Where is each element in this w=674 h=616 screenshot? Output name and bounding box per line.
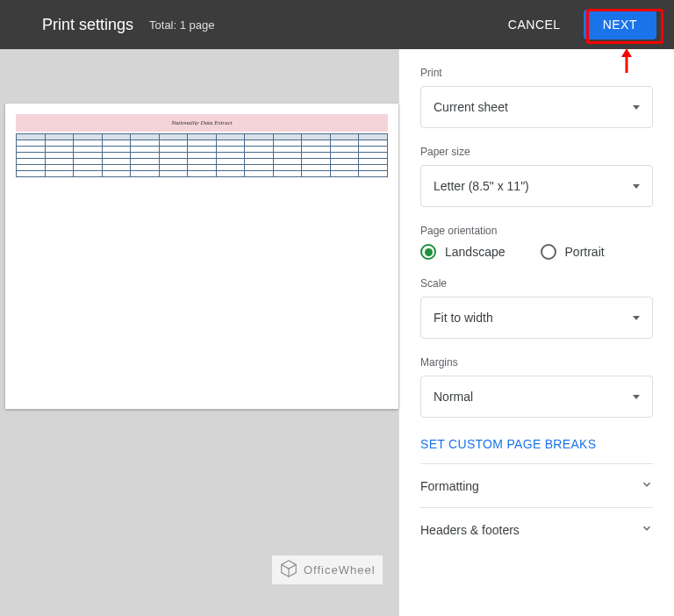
margins-label: Margins <box>420 356 653 369</box>
paper-size-label: Paper size <box>420 146 653 158</box>
radio-unchecked-icon <box>541 244 556 260</box>
total-pages: Total: 1 page <box>149 18 498 32</box>
paper-size-value: Letter (8.5" x 11") <box>434 179 529 193</box>
formatting-label: Formatting <box>420 479 479 493</box>
page-title: Print settings <box>42 16 133 34</box>
portrait-label: Portrait <box>565 245 605 259</box>
header-bar: Print settings Total: 1 page CANCEL NEXT <box>0 0 674 49</box>
scale-value: Fit to width <box>434 311 493 325</box>
scale-label: Scale <box>420 277 653 290</box>
watermark-text: OfficeWheel <box>304 563 376 577</box>
page-preview: Nationality Data Extract <box>5 104 398 409</box>
chevron-down-icon <box>641 522 653 537</box>
settings-sidebar: Print Current sheet Paper size Letter (8… <box>398 49 674 616</box>
watermark: OfficeWheel <box>272 555 383 584</box>
custom-page-breaks-link[interactable]: SET CUSTOM PAGE BREAKS <box>420 435 653 463</box>
caret-icon <box>633 395 640 399</box>
paper-size-dropdown[interactable]: Letter (8.5" x 11") <box>420 165 653 207</box>
orientation-landscape-radio[interactable]: Landscape <box>420 244 506 260</box>
caret-icon <box>633 316 640 320</box>
chevron-down-icon <box>641 478 653 493</box>
orientation-label: Page orientation <box>420 225 653 237</box>
scale-dropdown[interactable]: Fit to width <box>420 297 653 339</box>
main-content: Nationality Data Extract OfficeWheel Pri… <box>0 49 674 616</box>
headers-footers-label: Headers & footers <box>420 523 520 537</box>
preview-table <box>16 133 388 177</box>
caret-icon <box>633 184 640 189</box>
landscape-label: Landscape <box>445 245 506 259</box>
print-value: Current sheet <box>434 100 508 114</box>
margins-value: Normal <box>434 390 473 404</box>
preview-pane: Nationality Data Extract OfficeWheel <box>0 49 398 616</box>
print-label: Print <box>420 67 653 79</box>
orientation-portrait-radio[interactable]: Portrait <box>541 244 605 260</box>
watermark-icon <box>279 559 298 581</box>
headers-footers-expand[interactable]: Headers & footers <box>420 507 653 551</box>
caret-icon <box>633 105 640 110</box>
print-dropdown[interactable]: Current sheet <box>420 86 653 128</box>
cancel-button[interactable]: CANCEL <box>498 11 571 39</box>
next-button[interactable]: NEXT <box>584 10 656 39</box>
formatting-expand[interactable]: Formatting <box>420 463 653 507</box>
radio-checked-icon <box>420 244 436 260</box>
sheet-title: Nationality Data Extract <box>16 114 388 132</box>
margins-dropdown[interactable]: Normal <box>420 376 653 418</box>
